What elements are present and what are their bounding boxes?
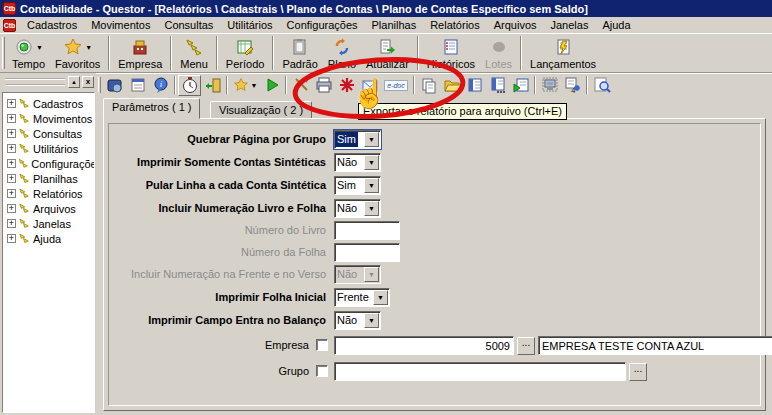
combo-somente-sinteticas[interactable]: Não▼ (334, 153, 381, 172)
empresa-browse-button[interactable]: ... (517, 337, 535, 355)
menu-janelas[interactable]: Janelas (544, 18, 596, 32)
dock-close-button[interactable]: x (82, 76, 94, 88)
toolbar-button-tempo[interactable]: ▼ Tempo (7, 34, 50, 72)
menu-cadastros[interactable]: Cadastros (20, 18, 84, 32)
menu-relatorios[interactable]: Relatórios (423, 18, 487, 32)
save-report-button[interactable] (463, 75, 486, 96)
expand-icon[interactable]: + (7, 129, 16, 138)
workbook-button[interactable] (103, 75, 126, 96)
export-report-button[interactable] (335, 75, 358, 96)
print-button[interactable] (312, 75, 335, 96)
empresa-checkbox[interactable] (316, 339, 328, 351)
menu-utilitarios[interactable]: Utilitários (220, 18, 279, 32)
toolbar-button-empresa[interactable]: Empresa (113, 34, 167, 72)
grupo-checkbox[interactable] (316, 365, 328, 377)
toolbar-button-atualizar[interactable]: Atualizar (361, 34, 414, 72)
toolbar-button-menu[interactable]: Menu (175, 34, 213, 72)
combo-arrow-icon[interactable]: ▼ (364, 313, 379, 328)
tempo-dropdown-caret[interactable]: ▼ (36, 44, 43, 51)
toolbar-button-lancamentos[interactable]: Lançamentos (525, 34, 601, 72)
grupo-code-input[interactable] (334, 362, 626, 381)
tree-item-consultas[interactable]: +Consultas (5, 126, 94, 141)
mdi-child-icon[interactable]: Ctb (3, 19, 16, 32)
toolbar-button-plano[interactable]: Plano (323, 34, 361, 72)
save-as-report-button[interactable] (486, 75, 509, 96)
label-empresa: Empresa (104, 339, 309, 351)
expand-icon[interactable]: + (7, 219, 16, 228)
tab-parametros[interactable]: Parâmetros ( 1 ) (103, 98, 200, 119)
tree-item-configuracoes[interactable]: +Configurações (5, 156, 94, 171)
toolbar-grip[interactable] (2, 37, 5, 69)
tab-visualizacao[interactable]: Visualização ( 2 ) (210, 101, 312, 119)
combo-arrow-icon[interactable]: ▼ (364, 155, 379, 170)
run-report-button[interactable] (260, 75, 283, 96)
menu-planilhas[interactable]: Planilhas (365, 18, 424, 32)
dock-grip[interactable] (5, 78, 65, 86)
favoritos-dropdown-caret[interactable]: ▼ (85, 44, 92, 51)
combo-campo-balanco[interactable]: Não▼ (334, 311, 381, 330)
copy-button[interactable] (417, 75, 440, 96)
toolbar-button-historicos[interactable]: Históricos (422, 34, 480, 72)
dock-minimize-button[interactable]: ▲ (68, 76, 80, 88)
toolbar-grip[interactable] (98, 77, 101, 93)
tree-item-planilhas[interactable]: +Planilhas (5, 171, 94, 186)
expand-icon[interactable]: + (7, 189, 16, 198)
menu-arquivos[interactable]: Arquivos (487, 18, 544, 32)
combo-folha-inicial[interactable]: Frente▼ (334, 288, 390, 307)
expand-icon[interactable]: + (7, 99, 16, 108)
favorites-caret[interactable]: ▼ (251, 82, 258, 89)
send-mail-button[interactable] (358, 75, 381, 96)
combo-incluir-numeracao[interactable]: Não▼ (334, 199, 381, 218)
expand-icon[interactable]: + (7, 144, 16, 153)
copy-icon (420, 76, 438, 94)
toolbar-button-favoritos[interactable]: ▼ Favoritos (50, 34, 105, 72)
tree-item-movimentos[interactable]: +Movimentos (5, 111, 94, 126)
combo-arrow-icon[interactable]: ▼ (364, 132, 379, 147)
menu-consultas[interactable]: Consultas (157, 18, 220, 32)
combo-pular-linha[interactable]: Sim▼ (334, 176, 381, 195)
label-numero-livro: Número do Livro (104, 224, 326, 236)
tree-item-relatorios[interactable]: +Relatórios (5, 186, 94, 201)
tree-item-cadastros[interactable]: +Cadastros (5, 96, 94, 111)
edoc-button[interactable]: e-doc (381, 75, 411, 96)
grupo-browse-button[interactable]: ... (629, 363, 647, 381)
tree-item-ajuda[interactable]: +Ajuda (5, 231, 94, 246)
expand-icon[interactable]: + (7, 234, 16, 243)
menu-movimentos[interactable]: Movimentos (84, 18, 157, 32)
form-window-icon (129, 76, 147, 94)
combo-arrow-icon[interactable]: ▼ (364, 178, 379, 193)
stopwatch-button[interactable] (178, 75, 201, 96)
spool-monitor-button[interactable] (538, 75, 561, 96)
empresa-name-input[interactable] (538, 336, 772, 355)
toolbar-button-padrao[interactable]: Padrão (277, 34, 322, 72)
favorites-button[interactable]: ▼ (230, 75, 260, 96)
open-report-button[interactable] (440, 75, 463, 96)
empresa-code-input[interactable] (334, 336, 514, 355)
form-view-button[interactable] (126, 75, 149, 96)
clipboard-icon (290, 37, 310, 57)
combo-quebrar-pagina[interactable]: Sim▼ (334, 130, 381, 149)
entries-lightning-icon (553, 37, 573, 57)
menu-configuracoes[interactable]: Configurações (280, 18, 365, 32)
expand-icon[interactable]: + (7, 174, 16, 183)
expand-icon[interactable]: + (7, 159, 16, 168)
toolbar-button-periodo[interactable]: Período (221, 34, 270, 72)
report-settings-button[interactable] (289, 75, 312, 96)
combo-arrow-icon[interactable]: ▼ (373, 290, 388, 305)
info-button[interactable]: i (149, 75, 172, 96)
menu-ajuda[interactable]: Ajuda (595, 18, 637, 32)
numero-livro-input[interactable] (334, 221, 400, 240)
tree-item-janelas[interactable]: +Janelas (5, 216, 94, 231)
numero-folha-input[interactable] (334, 243, 400, 262)
process-queue-button[interactable]: 4 (561, 75, 584, 96)
exit-button[interactable] (201, 75, 224, 96)
expand-icon[interactable]: + (7, 114, 16, 123)
label-campo-balanco: Imprimir Campo Entra no Balanço (104, 314, 326, 326)
preview-search-button[interactable] (590, 75, 613, 96)
expand-icon[interactable]: + (7, 204, 16, 213)
execute-saved-report-button[interactable] (509, 75, 532, 96)
combo-arrow-icon[interactable]: ▼ (364, 201, 379, 216)
tree-item-utilitarios[interactable]: +Utilitários (5, 141, 94, 156)
save-as-report-icon (489, 76, 507, 94)
tree-item-arquivos[interactable]: +Arquivos (5, 201, 94, 216)
